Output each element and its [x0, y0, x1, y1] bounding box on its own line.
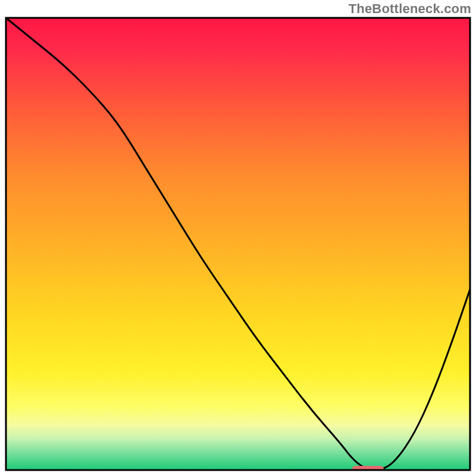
gradient-background	[6, 18, 470, 470]
chart-container: TheBottleneck.com	[0, 0, 476, 476]
bottleneck-chart	[0, 0, 476, 476]
plot-area	[6, 18, 470, 474]
